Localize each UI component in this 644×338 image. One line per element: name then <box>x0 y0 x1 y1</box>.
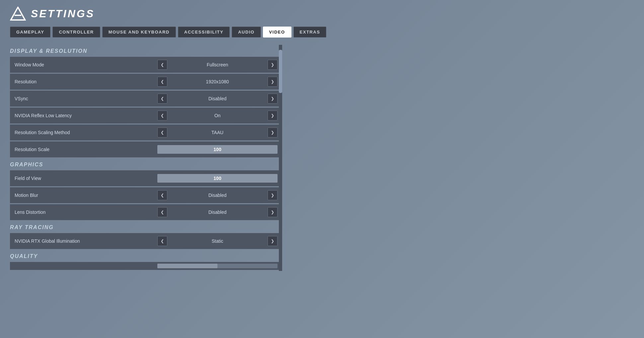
vsync-prev[interactable]: ❮ <box>157 94 167 104</box>
nav-tabs: GAMEPLAY CONTROLLER MOUSE AND KEYBOARD A… <box>10 27 634 38</box>
quality-partial-control[interactable] <box>157 262 278 270</box>
fov-control[interactable]: 100 <box>157 173 278 183</box>
setting-nvidia-reflex: NVIDIA Reflex Low Latency ❮ On ❯ <box>10 108 282 124</box>
tab-video[interactable]: VIDEO <box>263 27 291 38</box>
resolution-scaling-label: Resolution Scaling Method <box>15 130 157 135</box>
resolution-label: Resolution <box>15 79 157 84</box>
setting-resolution-scaling: Resolution Scaling Method ❮ TAAU ❯ <box>10 125 282 140</box>
resolution-scaling-next[interactable]: ❯ <box>268 127 278 137</box>
vsync-next[interactable]: ❯ <box>268 94 278 104</box>
section-quality: QUALITY <box>10 250 282 262</box>
setting-motion-blur: Motion Blur ❮ Disabled ❯ <box>10 187 282 203</box>
nvidia-rtx-value: Static <box>170 238 265 244</box>
lens-distortion-prev[interactable]: ❮ <box>157 207 167 217</box>
motion-blur-next[interactable]: ❯ <box>268 190 278 200</box>
lens-distortion-control: ❮ Disabled ❯ <box>157 207 278 217</box>
setting-nvidia-rtx: NVIDIA RTX Global Illumination ❮ Static … <box>10 233 282 249</box>
setting-resolution: Resolution ❮ 1920x1080 ❯ <box>10 74 282 90</box>
vsync-value: Disabled <box>170 96 265 101</box>
window-mode-value: Fullscreen <box>170 62 265 67</box>
svg-marker-0 <box>11 7 25 20</box>
motion-blur-prev[interactable]: ❮ <box>157 190 167 200</box>
window-mode-label: Window Mode <box>15 62 157 67</box>
lens-distortion-label: Lens Distortion <box>15 210 157 215</box>
lens-distortion-next[interactable]: ❯ <box>268 207 278 217</box>
nvidia-rtx-label: NVIDIA RTX Global Illumination <box>15 238 157 244</box>
resolution-scale-track[interactable]: 100 <box>157 145 278 154</box>
nvidia-reflex-value: On <box>170 113 265 118</box>
window-mode-next[interactable]: ❯ <box>268 60 278 70</box>
section-display-resolution: DISPLAY & RESOLUTION <box>10 45 282 57</box>
motion-blur-control: ❮ Disabled ❯ <box>157 190 278 200</box>
lens-distortion-value: Disabled <box>170 210 265 215</box>
setting-window-mode: Window Mode ❮ Fullscreen ❯ <box>10 57 282 73</box>
setting-lens-distortion: Lens Distortion ❮ Disabled ❯ <box>10 204 282 220</box>
nvidia-reflex-label: NVIDIA Reflex Low Latency <box>15 113 157 118</box>
nvidia-reflex-control: ❮ On ❯ <box>157 111 278 121</box>
window-mode-prev[interactable]: ❮ <box>157 60 167 70</box>
resolution-value: 1920x1080 <box>170 79 265 84</box>
motion-blur-value: Disabled <box>170 193 265 198</box>
setting-resolution-scale: Resolution Scale 100 <box>10 141 282 157</box>
nvidia-rtx-control: ❮ Static ❯ <box>157 236 278 246</box>
tab-extras[interactable]: EXTRAS <box>293 27 327 38</box>
setting-fov: Field of View 100 <box>10 170 282 186</box>
window-mode-control: ❮ Fullscreen ❯ <box>157 60 278 70</box>
vsync-label: VSync <box>15 96 157 101</box>
vsync-control: ❮ Disabled ❯ <box>157 94 278 104</box>
quality-partial-fill <box>157 264 217 268</box>
resolution-prev[interactable]: ❮ <box>157 77 167 87</box>
tab-mouse-keyboard[interactable]: MOUSE AND KEYBOARD <box>102 27 176 38</box>
tab-audio[interactable]: AUDIO <box>232 27 261 38</box>
setting-vsync: VSync ❮ Disabled ❯ <box>10 91 282 107</box>
scrollbar-thumb[interactable] <box>279 50 282 93</box>
resolution-scaling-value: TAAU <box>170 130 265 135</box>
resolution-scaling-prev[interactable]: ❮ <box>157 127 167 137</box>
settings-title: SETTINGS <box>31 8 95 20</box>
fov-label: Field of View <box>15 176 157 181</box>
resolution-scale-value: 100 <box>213 147 221 152</box>
resolution-scale-control[interactable]: 100 <box>157 144 278 154</box>
fov-track[interactable]: 100 <box>157 174 278 183</box>
tab-controller[interactable]: CONTROLLER <box>52 27 100 38</box>
nvidia-reflex-prev[interactable]: ❮ <box>157 111 167 121</box>
quality-partial-track[interactable] <box>157 264 278 268</box>
fov-value: 100 <box>213 176 221 181</box>
tab-accessibility[interactable]: ACCESSIBILITY <box>178 27 230 38</box>
resolution-scaling-control: ❮ TAAU ❯ <box>157 127 278 137</box>
logo-icon <box>10 7 26 21</box>
nvidia-rtx-next[interactable]: ❯ <box>268 236 278 246</box>
settings-container: SETTINGS GAMEPLAY CONTROLLER MOUSE AND K… <box>0 0 644 338</box>
section-ray-tracing: RAY TRACING <box>10 221 282 233</box>
resolution-scale-label: Resolution Scale <box>15 147 157 152</box>
nvidia-rtx-prev[interactable]: ❮ <box>157 236 167 246</box>
header: SETTINGS <box>10 7 634 21</box>
setting-quality-partial <box>10 262 282 270</box>
motion-blur-label: Motion Blur <box>15 193 157 198</box>
resolution-next[interactable]: ❯ <box>268 77 278 87</box>
resolution-control: ❮ 1920x1080 ❯ <box>157 77 278 87</box>
section-graphics: GRAPHICS <box>10 158 282 170</box>
nvidia-reflex-next[interactable]: ❯ <box>268 111 278 121</box>
tab-gameplay[interactable]: GAMEPLAY <box>10 27 50 38</box>
main-content[interactable]: DISPLAY & RESOLUTION Window Mode ❮ Fulls… <box>10 45 282 271</box>
scrollbar-track[interactable] <box>279 45 282 271</box>
